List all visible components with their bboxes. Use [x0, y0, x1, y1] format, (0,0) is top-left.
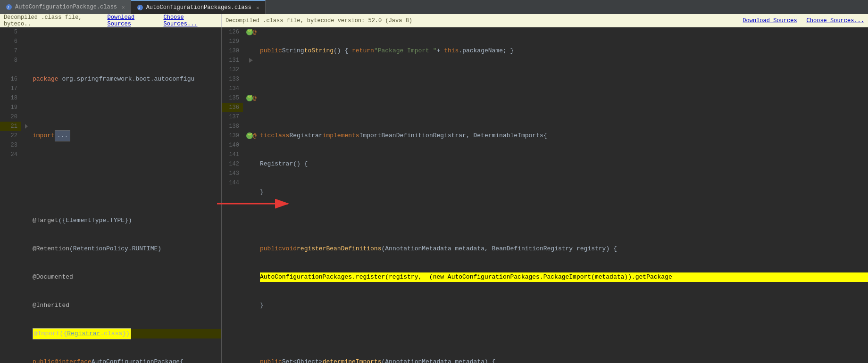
code-line: tic class Registrar implements ImportBea…	[260, 131, 868, 140]
svg-marker-5	[249, 58, 253, 63]
infobar-right: Decompiled .class file, bytecode version…	[222, 14, 868, 27]
right-line-numbers: 126 129 130 131 132 133 134 135 136 137 …	[222, 27, 243, 363]
editor-window: J AutoConfigurationPackage.class ✕ J Aut…	[0, 0, 868, 363]
code-line	[33, 188, 221, 197]
code-line	[260, 329, 868, 338]
choose-sources-right[interactable]: Choose Sources...	[807, 17, 864, 24]
at-icon: @	[253, 29, 257, 36]
download-sources-left[interactable]: Download Sources	[108, 14, 159, 27]
code-line: public String toString() { return "Packa…	[260, 46, 868, 56]
at-icon-2: @	[253, 95, 257, 102]
left-code-body[interactable]: package org.springframework.boot.autocon…	[33, 27, 221, 363]
code-line: public Set<Object> determineImports(Anno…	[260, 357, 868, 363]
code-line	[33, 159, 221, 169]
tab-right[interactable]: J AutoConfigurationPackages.class ✕	[131, 0, 266, 14]
svg-text:J: J	[138, 6, 140, 10]
choose-sources-left[interactable]: Choose Sources...	[164, 14, 218, 27]
tab-bar: J AutoConfigurationPackage.class ✕ J Aut…	[0, 0, 868, 14]
java-icon-right: J	[137, 4, 143, 11]
spring-icon: 🌱	[246, 29, 253, 35]
spring-icon-3: 🌱	[246, 132, 253, 139]
code-line: package org.springframework.boot.autocon…	[33, 74, 221, 84]
code-line: import ...	[33, 131, 221, 140]
code-line: @Target({ElementType.TYPE})	[33, 216, 221, 225]
main-content: 5 6 7 8 16 17 18 19 20 21 22 23 24	[0, 27, 868, 363]
svg-text:J: J	[7, 5, 9, 9]
left-line-numbers: 5 6 7 8 16 17 18 19 20 21 22 23 24	[0, 27, 21, 363]
left-pane: 5 6 7 8 16 17 18 19 20 21 22 23 24	[0, 27, 222, 363]
code-line: @Inherited	[33, 301, 221, 310]
code-line	[260, 74, 868, 84]
infobar-left: Decompiled .class file, byteco.. Downloa…	[0, 14, 222, 27]
spring-icon-2: 🌱	[246, 95, 253, 101]
code-line-highlighted-right: AutoConfigurationPackages.register(regis…	[260, 272, 868, 282]
right-code-body[interactable]: public String toString() { return "Packa…	[260, 27, 868, 363]
tab-right-close[interactable]: ✕	[256, 5, 259, 11]
code-line: Registrar() {	[260, 159, 868, 169]
at-icon-3: @	[253, 132, 257, 140]
infobar-right-text: Decompiled .class file, bytecode version…	[225, 17, 412, 24]
code-line: }	[260, 188, 868, 197]
code-line: @Documented	[33, 272, 221, 282]
infobar-left-text: Decompiled .class file, byteco..	[4, 14, 106, 27]
code-line: @Retention(RetentionPolicy.RUNTIME)	[33, 244, 221, 254]
code-line	[260, 103, 868, 112]
tab-right-label: AutoConfigurationPackages.class	[146, 4, 251, 11]
info-bars: Decompiled .class file, byteco.. Downloa…	[0, 14, 868, 27]
java-icon-left: J	[6, 4, 12, 10]
svg-marker-4	[25, 124, 28, 129]
code-line: public @interface AutoConfigurationPacka…	[33, 357, 221, 363]
right-gutter: 🌱 @ 🌱 @	[243, 27, 260, 363]
code-line: public void registerBeanDefinitions(Anno…	[260, 244, 868, 254]
left-gutter	[21, 27, 33, 363]
right-code-view: 126 129 130 131 132 133 134 135 136 137 …	[222, 27, 868, 363]
download-sources-right[interactable]: Download Sources	[743, 17, 797, 24]
left-code-view: 5 6 7 8 16 17 18 19 20 21 22 23 24	[0, 27, 221, 363]
tab-left-close[interactable]: ✕	[122, 4, 125, 10]
code-line	[33, 46, 221, 56]
infobar-right-links: Download Sources Choose Sources...	[741, 17, 864, 24]
code-line-highlighted: @Import({Registrar.class})	[33, 329, 221, 338]
code-line: }	[260, 301, 868, 310]
tab-left[interactable]: J AutoConfigurationPackage.class ✕	[0, 0, 131, 14]
code-line	[33, 103, 221, 112]
right-pane: 126 129 130 131 132 133 134 135 136 137 …	[222, 27, 868, 363]
code-line	[260, 216, 868, 225]
tab-left-label: AutoConfigurationPackage.class	[15, 4, 117, 10]
